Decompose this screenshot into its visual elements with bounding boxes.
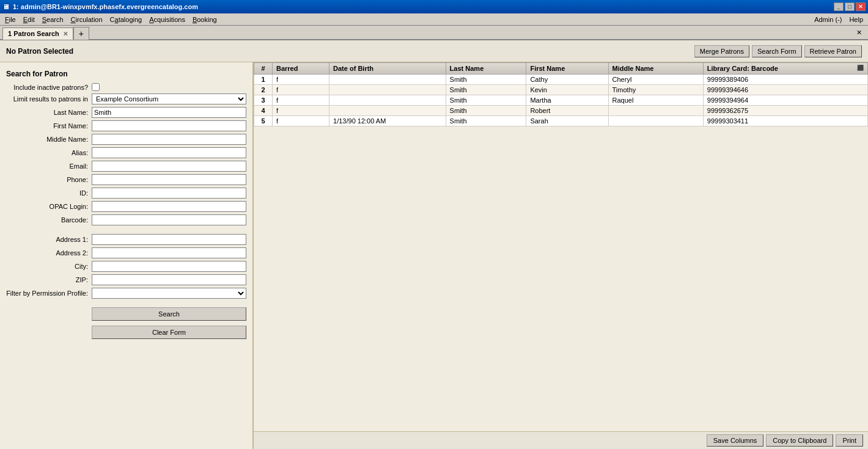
- results-table: # Barred Date of Birth Last Name First N…: [254, 62, 868, 126]
- address1-row: Address 1:: [6, 234, 246, 245]
- email-input[interactable]: [92, 161, 246, 172]
- cell-barred: f: [273, 95, 329, 106]
- menu-edit[interactable]: Edit: [20, 15, 39, 24]
- id-row: ID:: [6, 188, 246, 199]
- table-row[interactable]: 1 f Smith Cathy Cheryl 99999389406: [254, 75, 868, 85]
- cell-barred: f: [273, 85, 329, 95]
- filter-select[interactable]: [92, 288, 246, 299]
- email-row: Email:: [6, 161, 246, 172]
- opac-login-input[interactable]: [92, 201, 246, 212]
- retrieve-patron-button[interactable]: Retrieve Patron: [804, 45, 862, 57]
- menu-bar: File Edit Search Circulation Cataloging …: [0, 13, 868, 26]
- first-name-input[interactable]: [92, 120, 246, 131]
- alias-input[interactable]: [92, 147, 246, 158]
- limit-results-select[interactable]: Example Consortium: [92, 93, 246, 104]
- table-row[interactable]: 5 f 1/13/90 12:00 AM Smith Sarah 9999930…: [254, 116, 868, 126]
- col-header-librarycard[interactable]: Library Card: Barcode ⬛: [703, 63, 867, 75]
- menu-file[interactable]: File: [1, 15, 20, 24]
- save-columns-button[interactable]: Save Columns: [707, 434, 764, 447]
- cell-middlename: [608, 116, 703, 126]
- tab-bar: 1 Patron Search ✕ + ✕: [0, 26, 868, 40]
- city-label: City:: [6, 263, 92, 270]
- zip-input[interactable]: [92, 274, 246, 285]
- minimize-button[interactable]: _: [834, 2, 844, 11]
- address2-label: Address 2:: [6, 249, 92, 257]
- menu-circulation[interactable]: Circulation: [67, 15, 106, 24]
- limit-results-label: Limit results to patrons in: [6, 95, 92, 103]
- menu-cataloging[interactable]: Cataloging: [106, 15, 146, 24]
- tab-close-all-icon[interactable]: ✕: [853, 29, 866, 37]
- app-icon: 🖥: [2, 3, 9, 10]
- cell-num: 4: [254, 106, 273, 116]
- col-header-barred[interactable]: Barred: [273, 63, 329, 75]
- merge-patrons-button[interactable]: Merge Patrons: [694, 45, 749, 57]
- menu-search[interactable]: Search: [39, 15, 67, 24]
- filter-label: Filter by Permission Profile:: [6, 290, 92, 297]
- cell-librarycard: 99999394964: [703, 95, 867, 106]
- tab-patron-search[interactable]: 1 Patron Search ✕: [2, 27, 73, 40]
- cell-barred: f: [273, 116, 329, 126]
- cell-lastname: Smith: [446, 85, 526, 95]
- last-name-input[interactable]: [92, 107, 246, 118]
- cell-librarycard: 99999362675: [703, 106, 867, 116]
- main-content: No Patron Selected Merge Patrons Search …: [0, 40, 868, 449]
- cell-dob: [329, 106, 446, 116]
- col-header-lastname[interactable]: Last Name: [446, 63, 526, 75]
- menu-help[interactable]: Help: [845, 15, 867, 24]
- include-inactive-checkbox[interactable]: [92, 83, 100, 91]
- search-form-button[interactable]: Search Form: [752, 45, 802, 57]
- menu-admin[interactable]: Admin (-): [811, 15, 845, 24]
- print-button[interactable]: Print: [836, 434, 863, 447]
- search-button-row: Search: [6, 307, 246, 323]
- address1-input[interactable]: [92, 234, 246, 245]
- table-row[interactable]: 3 f Smith Martha Raquel 99999394964: [254, 95, 868, 106]
- clear-form-button[interactable]: Clear Form: [92, 326, 246, 339]
- barcode-input[interactable]: [92, 214, 246, 225]
- col-header-middlename[interactable]: Middle Name: [608, 63, 703, 75]
- phone-label: Phone:: [6, 176, 92, 183]
- col-header-num[interactable]: #: [254, 63, 273, 75]
- cell-num: 1: [254, 75, 273, 85]
- phone-input[interactable]: [92, 174, 246, 185]
- address2-input[interactable]: [92, 247, 246, 258]
- maximize-button[interactable]: □: [845, 2, 855, 11]
- alias-row: Alias:: [6, 147, 246, 158]
- title-bar-label: 1: admin@BR1-winxpvmfx.phasefx.evergreen…: [13, 3, 198, 10]
- menu-booking[interactable]: Booking: [189, 15, 221, 24]
- table-row[interactable]: 2 f Smith Kevin Timothy 99999394646: [254, 85, 868, 95]
- menu-acquisitions[interactable]: Acquisitions: [145, 15, 189, 24]
- clear-form-button-row: Clear Form: [6, 326, 246, 341]
- info-bar: No Patron Selected Merge Patrons Search …: [0, 40, 868, 62]
- table-row[interactable]: 4 f Smith Robert 99999362675: [254, 106, 868, 116]
- results-table-wrap[interactable]: # Barred Date of Birth Last Name First N…: [254, 62, 868, 431]
- middle-name-input[interactable]: [92, 134, 246, 145]
- cell-firstname: Sarah: [526, 116, 608, 126]
- search-button[interactable]: Search: [92, 307, 246, 321]
- col-header-dob[interactable]: Date of Birth: [329, 63, 446, 75]
- cell-dob: [329, 85, 446, 95]
- cell-middlename: [608, 106, 703, 116]
- bottom-bar: Save Columns Copy to Clipboard Print: [254, 431, 868, 449]
- copy-clipboard-button[interactable]: Copy to Clipboard: [766, 434, 833, 447]
- last-name-row: Last Name:: [6, 107, 246, 118]
- tab-add-button[interactable]: +: [73, 27, 89, 40]
- filter-row: Filter by Permission Profile:: [6, 288, 246, 299]
- cell-librarycard: 99999389406: [703, 75, 867, 85]
- id-label: ID:: [6, 189, 92, 197]
- col-header-firstname[interactable]: First Name: [526, 63, 608, 75]
- close-window-button[interactable]: ✕: [856, 2, 866, 11]
- cell-firstname: Martha: [526, 95, 608, 106]
- first-name-label: First Name:: [6, 122, 92, 130]
- cell-lastname: Smith: [446, 75, 526, 85]
- tab-close-icon[interactable]: ✕: [63, 31, 68, 37]
- city-input[interactable]: [92, 261, 246, 272]
- cell-num: 3: [254, 95, 273, 106]
- cell-middlename: Raquel: [608, 95, 703, 106]
- middle-name-row: Middle Name:: [6, 134, 246, 145]
- address1-label: Address 1:: [6, 236, 92, 243]
- id-input[interactable]: [92, 188, 246, 199]
- cell-firstname: Kevin: [526, 85, 608, 95]
- search-panel-title: Search for Patron: [6, 70, 246, 78]
- results-tbody: 1 f Smith Cathy Cheryl 99999389406 2 f S…: [254, 75, 868, 126]
- title-bar-controls: _ □ ✕: [834, 2, 866, 11]
